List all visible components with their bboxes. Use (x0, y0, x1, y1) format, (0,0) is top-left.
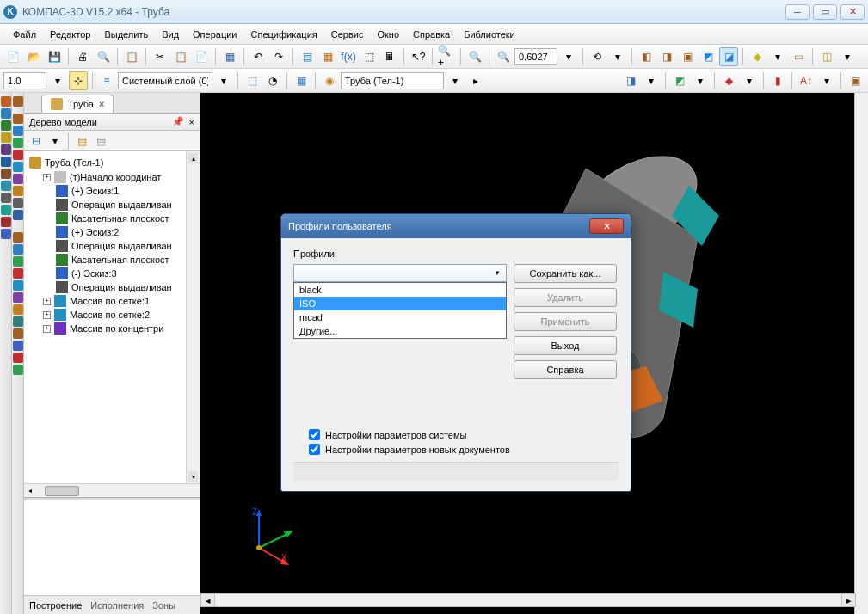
tab-build[interactable]: Построение (29, 600, 82, 611)
doc-icon[interactable]: 📋 (122, 47, 141, 66)
lt2-4[interactable] (13, 138, 23, 148)
menu-file[interactable]: Файл (7, 27, 42, 42)
expand-icon[interactable]: + (43, 311, 51, 319)
menu-operations[interactable]: Операции (187, 27, 243, 42)
check-system-input[interactable] (309, 429, 320, 440)
lt2-16[interactable] (13, 292, 23, 303)
orient-icon[interactable]: ▾ (608, 47, 627, 66)
tree-tb-1[interactable]: ⊟ (28, 132, 45, 150)
lt2-6[interactable] (13, 162, 23, 172)
lt1-5[interactable] (1, 144, 11, 155)
lt2-7[interactable] (13, 174, 23, 184)
tree-item[interactable]: +Массив по концентри (26, 322, 198, 335)
spec-icon[interactable]: ▤ (298, 47, 317, 66)
misc1-icon[interactable]: ◆ (748, 47, 766, 66)
menu-view[interactable]: Вид (156, 27, 185, 42)
maximize-button[interactable]: ▭ (813, 4, 837, 20)
lt2-3[interactable] (13, 126, 23, 136)
tree-item[interactable]: (+) Эскиз:1 (26, 184, 198, 198)
misc2-icon[interactable]: ▾ (768, 47, 787, 66)
tab-exec[interactable]: Исполнения (90, 600, 144, 611)
copy-icon[interactable]: 📋 (171, 47, 190, 66)
menu-help[interactable]: Справка (407, 27, 456, 42)
doc-tab[interactable]: Труба × (41, 95, 114, 113)
check-doc-input[interactable] (309, 444, 320, 455)
lt2-5[interactable] (13, 150, 23, 160)
width-dd-icon[interactable]: ▾ (48, 71, 67, 90)
lt2-2[interactable] (13, 114, 23, 124)
lt2-12[interactable] (13, 244, 23, 255)
r2-icon6[interactable]: ▣ (846, 71, 865, 90)
tree-hscroll[interactable]: ◂ (24, 483, 200, 497)
viewport-vscroll[interactable] (854, 93, 868, 614)
cube3-icon[interactable]: ▣ (678, 47, 697, 66)
layers-icon[interactable]: ≡ (97, 71, 116, 90)
tree-body[interactable]: Труба (Тел-1) +(т)Начало координат(+) Эс… (24, 151, 200, 483)
lt2-8[interactable] (13, 186, 23, 196)
profiles-combo[interactable]: ▼ black ISO mcad Другие... (293, 264, 507, 282)
lt1-1[interactable] (1, 96, 11, 107)
doc-tab-close[interactable]: × (99, 99, 104, 109)
tree-item[interactable]: (+) Эскиз:2 (26, 225, 198, 239)
lt2-19[interactable] (13, 328, 23, 339)
cube2-icon[interactable]: ◨ (657, 47, 676, 66)
tree-item[interactable]: Операция выдавливан (26, 239, 198, 253)
bottom-hscroll[interactable]: ◂ ▸ (200, 593, 856, 607)
tree-tb-2[interactable]: ▾ (46, 132, 64, 150)
menu-editor[interactable]: Редактор (44, 27, 96, 42)
preview-icon[interactable]: 🔍 (94, 47, 113, 66)
paste-icon[interactable]: 📄 (192, 47, 211, 66)
exit-button[interactable]: Выход (514, 336, 617, 355)
ortho-icon[interactable]: ⊹ (69, 71, 88, 90)
lt1-8[interactable] (1, 181, 11, 191)
tree-tb-3[interactable]: ▤ (73, 132, 90, 150)
apply-button[interactable]: Применить (514, 312, 617, 331)
panel-close-icon[interactable]: × (189, 117, 194, 127)
delete-button[interactable]: Удалить (514, 288, 617, 307)
combo-opt-mcad[interactable]: mcad (294, 310, 506, 324)
rotate-icon[interactable]: ⟲ (588, 47, 606, 66)
tree-item[interactable]: +(т)Начало координат (26, 170, 198, 184)
calc-icon[interactable]: 🖩 (380, 47, 399, 66)
tree-item[interactable]: Операция выдавливан (26, 198, 198, 212)
dialog-close-button[interactable]: ✕ (589, 218, 624, 234)
save-icon[interactable]: 💾 (45, 47, 64, 66)
menu-spec[interactable]: Спецификация (245, 27, 323, 42)
tree-tb-4[interactable]: ▤ (92, 132, 109, 150)
cursor-icon[interactable]: ↖? (409, 47, 428, 66)
lt2-15[interactable] (13, 280, 23, 291)
menu-select[interactable]: Выделить (98, 27, 154, 42)
tree-item[interactable]: Операция выдавливан (26, 280, 198, 294)
fx-icon[interactable]: f(x) (339, 47, 358, 66)
r2-dd1[interactable]: ▾ (642, 71, 661, 90)
tree-item[interactable]: Касательная плоскост (26, 212, 198, 225)
cut-icon[interactable]: ✂ (151, 47, 169, 66)
zoom-window-icon[interactable]: 🔍 (494, 47, 513, 66)
lt1-7[interactable] (1, 169, 11, 179)
tree-root[interactable]: Труба (Тел-1) (26, 155, 198, 170)
layer-dd-icon[interactable]: ▾ (214, 71, 233, 90)
expand-icon[interactable]: + (43, 174, 51, 181)
tree-vscroll[interactable]: ▴ ▾ (186, 151, 200, 483)
new-icon[interactable]: 📄 (3, 47, 22, 66)
cube1-icon[interactable]: ◧ (637, 47, 656, 66)
misc3-icon[interactable]: ▭ (789, 47, 808, 66)
dialog-titlebar[interactable]: Профили пользователя ✕ (281, 214, 631, 238)
lt2-17[interactable] (13, 304, 23, 315)
part-go-icon[interactable]: ▸ (466, 71, 485, 90)
lt2-14[interactable] (13, 268, 23, 279)
r2-icon2[interactable]: ◩ (670, 71, 689, 90)
part-input[interactable] (341, 72, 444, 89)
lt2-11[interactable] (13, 232, 23, 243)
open-icon[interactable]: 📂 (24, 47, 43, 66)
lt1-6[interactable] (1, 157, 11, 167)
help-button[interactable]: Справка (514, 360, 617, 379)
lt2-1[interactable] (13, 96, 23, 107)
r2-icon1[interactable]: ◨ (621, 71, 640, 90)
redo-icon[interactable]: ↷ (269, 47, 288, 66)
lt2-13[interactable] (13, 256, 23, 267)
check-system-settings[interactable]: Настройки параметров системы (309, 429, 619, 440)
combo-opt-iso[interactable]: ISO (294, 297, 506, 310)
combo-opt-other[interactable]: Другие... (294, 324, 506, 338)
r2-dd5[interactable]: ▾ (817, 71, 836, 90)
